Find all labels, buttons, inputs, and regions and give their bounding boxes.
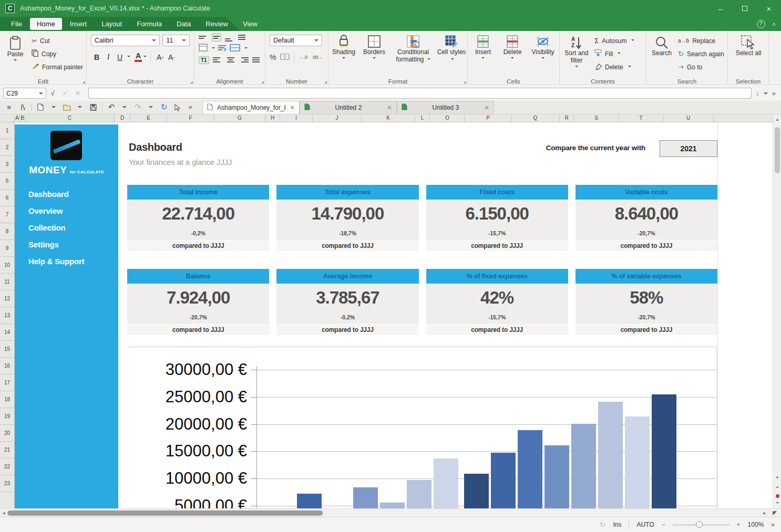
font-color-button[interactable]: A	[135, 53, 142, 62]
column-header-Q[interactable]: Q	[511, 114, 560, 122]
align-bottom-icon[interactable]	[225, 33, 234, 41]
menu-item-formula[interactable]: Formula	[130, 18, 169, 30]
column-header-B[interactable]: B	[20, 114, 25, 122]
toolbar-more-icon[interactable]: »	[184, 101, 196, 113]
close-icon[interactable]: ×	[757, 0, 781, 17]
row-header-14[interactable]: 14	[0, 324, 14, 341]
align-top-icon[interactable]	[199, 33, 208, 41]
horizontal-scrollbar-thumb[interactable]	[7, 510, 323, 516]
wrap-text-icon[interactable]	[218, 44, 227, 54]
redo-icon[interactable]: ↷	[132, 101, 143, 113]
copy-button[interactable]: Copy	[32, 47, 83, 60]
formula-bar-more-icon[interactable]: »	[772, 89, 776, 97]
row-header-22[interactable]: 22	[0, 458, 14, 475]
accept-icon[interactable]: ✓	[59, 89, 71, 97]
zoom-slider-knob[interactable]	[696, 521, 703, 528]
row-header-19[interactable]: 19	[0, 408, 14, 425]
select-all-corner[interactable]	[0, 114, 15, 122]
scroll-right-icon[interactable]: ►	[761, 510, 768, 516]
bold-button[interactable]: B	[91, 51, 102, 63]
row-header-12[interactable]: 12	[0, 290, 14, 307]
zoom-in-icon[interactable]: +	[737, 521, 741, 528]
reject-icon[interactable]: ✕	[71, 89, 84, 97]
menu-item-review[interactable]: Review	[199, 18, 235, 30]
cell-reference-box[interactable]: C29	[3, 88, 46, 99]
search-again-button[interactable]: ↻ Search again	[678, 47, 724, 60]
collapse-ribbon-icon[interactable]: ˄	[773, 21, 776, 27]
redo-caret[interactable]	[145, 101, 157, 113]
visibility-button[interactable]: Visibility	[527, 31, 559, 75]
minimize-icon[interactable]: –	[708, 0, 733, 17]
formula-input[interactable]	[88, 88, 752, 99]
row-header-3[interactable]: 3	[0, 156, 14, 173]
number-format-select[interactable]: Default	[270, 35, 322, 46]
search-button[interactable]: Search	[650, 32, 674, 76]
align-center-icon[interactable]	[226, 56, 235, 64]
column-header-T[interactable]: T	[619, 114, 663, 122]
new-document-icon[interactable]	[35, 101, 46, 113]
distribute-icon[interactable]	[238, 33, 248, 41]
close-sheet-icon[interactable]: ✕	[484, 104, 489, 111]
vertical-scrollbar-thumb[interactable]	[775, 127, 780, 173]
format-painter-button[interactable]: Format painter	[32, 60, 83, 74]
menu-item-insert[interactable]: Insert	[63, 18, 94, 30]
horizontal-scrollbar[interactable]: ◄ ►	[0, 508, 768, 517]
column-header-I[interactable]: I	[280, 114, 313, 122]
menu-item-file[interactable]: File	[4, 18, 29, 30]
underline-caret[interactable]	[127, 56, 130, 59]
column-header-P[interactable]: P	[465, 114, 511, 122]
delete-cells-button[interactable]: Delete	[498, 31, 527, 75]
borders-button[interactable]: Borders	[359, 31, 389, 75]
column-header-J[interactable]: J	[313, 114, 362, 122]
row-header-9[interactable]: 9	[0, 240, 14, 257]
cut-button[interactable]: ✂ Cut	[32, 34, 83, 47]
open-file-icon[interactable]	[61, 101, 73, 113]
pointer-mode-icon[interactable]	[171, 101, 183, 113]
row-header-8[interactable]: 8	[0, 223, 14, 240]
vertical-scrollbar[interactable]: ▲ ▼ ⏶ ⏷	[773, 114, 781, 508]
sidebar-item-collection[interactable]: Collection	[28, 219, 84, 236]
column-header-K[interactable]: K	[362, 114, 415, 122]
split-down-icon[interactable]: ⏷	[773, 499, 781, 507]
font-color-caret[interactable]	[143, 56, 147, 59]
font-size-select[interactable]: 11	[162, 35, 190, 46]
column-header-D[interactable]: D	[115, 114, 130, 122]
scroll-down-icon[interactable]: ▼	[773, 474, 781, 482]
format-dialog-launcher[interactable]	[464, 81, 466, 84]
row-header-18[interactable]: 18	[0, 391, 14, 408]
sidebar-item-help-support[interactable]: Help & Support	[28, 253, 84, 269]
function-wizard-icon[interactable]: √	[46, 89, 59, 97]
record-marker-icon[interactable]	[776, 494, 779, 498]
column-header-E[interactable]: E	[130, 114, 167, 122]
undo-icon[interactable]: ↶	[106, 101, 117, 113]
column-header-U[interactable]: U	[663, 114, 714, 122]
align-right-icon[interactable]	[239, 56, 249, 64]
compare-year-input[interactable]: 2021	[660, 140, 717, 157]
sheet-tab[interactable]: Untitled 2✕	[300, 101, 397, 114]
cell-styles-button[interactable]: Cell styles	[437, 31, 466, 75]
row-header-23[interactable]: 23	[0, 475, 14, 492]
currency-format-icon[interactable]	[280, 53, 290, 62]
row-header-11[interactable]: 11	[0, 274, 14, 290]
merge-cells-icon[interactable]	[230, 44, 240, 54]
conditional-formatting-button[interactable]: Conditional formatting	[389, 31, 437, 75]
fill-button[interactable]: Fill	[594, 47, 634, 60]
remove-decimal-icon[interactable]: .00→	[312, 55, 323, 60]
scroll-left-icon[interactable]: ◄	[0, 510, 7, 516]
column-header-A[interactable]: A	[15, 114, 20, 122]
column-header-G[interactable]: G	[214, 114, 265, 122]
close-sheet-icon[interactable]: ✕	[290, 104, 295, 111]
underline-button[interactable]: U	[114, 51, 126, 63]
row-header-2[interactable]: 2	[0, 139, 14, 156]
help-icon[interactable]: ?	[757, 20, 765, 28]
shading-button[interactable]: Shading	[328, 31, 359, 75]
scroll-up-icon[interactable]: ▲	[773, 116, 781, 123]
menu-item-home[interactable]: Home	[30, 18, 62, 30]
sidebar-item-dashboard[interactable]: Dashboard	[28, 185, 84, 202]
zoom-out-icon[interactable]: −	[662, 521, 665, 528]
edit-dialog-launcher[interactable]	[83, 81, 85, 84]
justify-icon[interactable]	[252, 56, 262, 64]
row-header-6[interactable]: 6	[0, 190, 14, 206]
add-decimal-icon[interactable]: ←.0	[299, 55, 307, 60]
row-header-1[interactable]: 1	[0, 122, 14, 139]
